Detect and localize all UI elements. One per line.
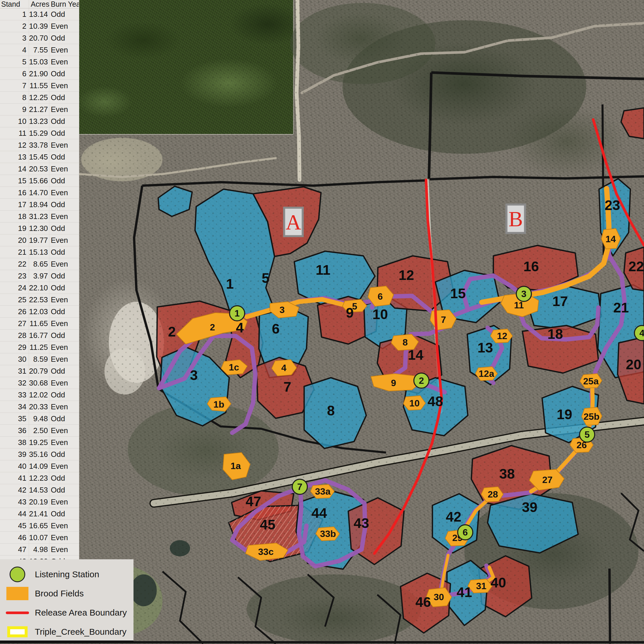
burn-year-cell: Odd bbox=[49, 472, 79, 484]
stand-cell: 26 bbox=[0, 306, 29, 317]
stand-number-label: 10 bbox=[372, 307, 388, 322]
acres-cell: 15.29 bbox=[29, 127, 49, 139]
brood-field-label: 14 bbox=[605, 234, 616, 244]
acres-cell: 11.55 bbox=[29, 80, 49, 91]
acres-cell: 15.45 bbox=[29, 151, 49, 163]
table-row: 812.25Odd bbox=[0, 92, 79, 104]
stand-number-label: 43 bbox=[354, 515, 369, 531]
burn-year-cell: Even bbox=[49, 211, 79, 222]
legend-label: Triple_Creek_Boundary bbox=[35, 627, 126, 637]
table-row: 3230.68Even bbox=[0, 377, 79, 389]
table-row: 1233.78Even bbox=[0, 139, 79, 151]
stand-number-label: 8 bbox=[327, 403, 335, 418]
stand-number-label: 12 bbox=[399, 267, 414, 283]
brood-field-label: 4 bbox=[281, 363, 286, 373]
burn-year-cell: Odd bbox=[49, 508, 79, 520]
map-canvas[interactable]: 231c1b1a45678910111212a1425a25b262728293… bbox=[0, 0, 644, 644]
stand-cell: 21 bbox=[0, 246, 29, 258]
stand-number-label: 48 bbox=[428, 394, 443, 409]
table-row: 621.90Odd bbox=[0, 68, 79, 80]
table-row: 4516.65Even bbox=[0, 520, 79, 532]
acres-cell: 3.97 bbox=[29, 270, 49, 282]
stand-cell: 39 bbox=[0, 448, 29, 460]
acres-cell: 16.77 bbox=[29, 330, 49, 341]
acres-cell: 21.90 bbox=[29, 68, 49, 79]
stand-cell: 7 bbox=[0, 80, 29, 91]
burn-year-cell: Even bbox=[49, 234, 79, 246]
table-row: 474.98Even bbox=[0, 544, 79, 556]
stand-cell: 35 bbox=[0, 413, 29, 424]
burn-year-cell: Even bbox=[49, 544, 79, 555]
burn-year-cell: Even bbox=[49, 56, 79, 68]
burn-year-cell: Odd bbox=[49, 175, 79, 187]
listening-station-number: 5 bbox=[585, 429, 590, 440]
burn-year-cell: Odd bbox=[49, 282, 79, 294]
stand-number-label: 9 bbox=[346, 305, 354, 321]
col-header-burn-year: Burn Year bbox=[49, 0, 79, 8]
stand-cell: 2 bbox=[0, 20, 29, 32]
table-row: 2115.13Odd bbox=[0, 246, 79, 258]
table-row: 4214.53Odd bbox=[0, 484, 79, 496]
brood-field-label: 6 bbox=[378, 291, 383, 302]
brood-field-label: 10 bbox=[409, 398, 420, 408]
stand-cell: 38 bbox=[0, 437, 29, 448]
table-row: 4610.07Even bbox=[0, 532, 79, 544]
stand-cell: 33 bbox=[0, 389, 29, 401]
acres-cell: 14.70 bbox=[29, 187, 49, 198]
brood-field-label: 33a bbox=[315, 486, 331, 497]
stand-cell: 9 bbox=[0, 104, 29, 115]
table-row: 2911.25Even bbox=[0, 341, 79, 353]
table-row: 3420.33Even bbox=[0, 401, 79, 413]
brood-field-label: 3 bbox=[279, 305, 285, 315]
table-row: 228.65Even bbox=[0, 258, 79, 270]
burn-year-cell: Odd bbox=[49, 127, 79, 139]
listening-station-number: 3 bbox=[521, 289, 527, 299]
acres-cell: 20.79 bbox=[29, 365, 49, 377]
burn-year-cell: Even bbox=[49, 401, 79, 413]
acres-cell: 20.19 bbox=[29, 496, 49, 508]
stand-cell: 11 bbox=[0, 127, 29, 139]
stand-cell: 19 bbox=[0, 222, 29, 234]
stand-cell: 13 bbox=[0, 151, 29, 163]
stand-number-label: 17 bbox=[552, 294, 568, 309]
table-row: 515.03Even bbox=[0, 56, 79, 68]
stand-number-label: 23 bbox=[605, 198, 620, 213]
brood-field-label: 27 bbox=[542, 475, 553, 485]
acres-cell: 2.50 bbox=[29, 425, 49, 436]
brood-field-label: 25b bbox=[583, 411, 599, 422]
burn-year-cell: Even bbox=[49, 318, 79, 329]
burn-year-cell: Even bbox=[49, 20, 79, 32]
table-row: 711.55Even bbox=[0, 80, 79, 92]
acres-cell: 13.14 bbox=[29, 8, 49, 20]
stand-number-label: 20 bbox=[626, 357, 641, 372]
legend-label: Release Area Boundary bbox=[35, 608, 127, 618]
map-legend: Listening StationBrood FieldsRelease Are… bbox=[0, 559, 133, 643]
table-row: 113.14Odd bbox=[0, 8, 79, 20]
listening-station-number: 4 bbox=[639, 328, 644, 338]
burn-year-cell: Even bbox=[49, 437, 79, 448]
region-marker-letter: A bbox=[285, 210, 301, 234]
acres-cell: 10.39 bbox=[29, 20, 49, 32]
stand-number-label: 46 bbox=[415, 594, 431, 610]
acres-cell: 15.03 bbox=[29, 56, 49, 68]
col-header-acres: Acres bbox=[29, 0, 49, 8]
table-row: 921.27Even bbox=[0, 104, 79, 115]
burn-year-cell: Even bbox=[49, 258, 79, 270]
stand-cell: 46 bbox=[0, 532, 29, 543]
table-row: 3120.79Odd bbox=[0, 365, 79, 377]
stand-number-label: 45 bbox=[260, 517, 275, 532]
stand-number-label: 3 bbox=[190, 368, 198, 383]
brood-field-label: 2 bbox=[210, 322, 215, 332]
acres-cell: 14.53 bbox=[29, 484, 49, 496]
stand-number-label: 40 bbox=[491, 575, 506, 590]
stand-cell: 28 bbox=[0, 330, 29, 341]
stand-cell: 18 bbox=[0, 211, 29, 222]
stand-cell: 32 bbox=[0, 377, 29, 389]
burn-year-cell: Odd bbox=[49, 68, 79, 79]
table-row: 47.55Even bbox=[0, 44, 79, 56]
acres-cell: 14.09 bbox=[29, 460, 49, 472]
legend-item: Triple_Creek_Boundary bbox=[0, 624, 126, 640]
acres-cell: 31.23 bbox=[29, 211, 49, 222]
legend-item: Brood Fields bbox=[0, 585, 84, 602]
burn-year-cell: Even bbox=[49, 425, 79, 436]
